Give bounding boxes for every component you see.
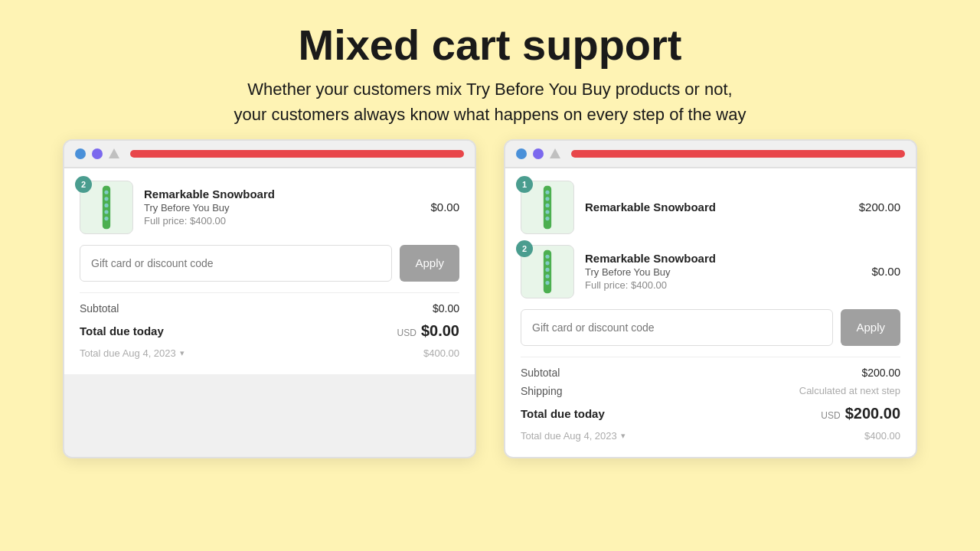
dot-triangle-icon	[109, 148, 119, 158]
right-shipping-row: Shipping Calculated at next step	[521, 382, 900, 400]
left-product-image-wrapper: 2	[80, 181, 133, 234]
right-total-currency: USD	[821, 410, 840, 421]
right-product2-image-wrapper: 2	[521, 245, 574, 298]
right-subtotal-value: $200.00	[861, 367, 900, 379]
left-total-row: Total due today USD $0.00	[80, 318, 459, 344]
right-future-value: $400.00	[864, 430, 900, 442]
svg-point-9	[545, 203, 549, 207]
left-total-amount: $0.00	[421, 322, 459, 340]
right-product2-info: Remarkable Snowboard Try Before You Buy …	[585, 252, 861, 291]
right-product1-name: Remarkable Snowboard	[585, 201, 848, 214]
svg-point-7	[545, 190, 549, 194]
svg-point-2	[104, 197, 108, 201]
svg-point-8	[545, 197, 549, 201]
left-future-value: $400.00	[423, 347, 459, 359]
left-product-full-price: Full price: $400.00	[144, 215, 420, 227]
svg-point-1	[104, 190, 108, 194]
left-cart-content: 2 Remarkable Snowboard T	[64, 168, 475, 374]
left-cart-window: 2 Remarkable Snowboard T	[63, 139, 476, 458]
svg-point-5	[104, 217, 108, 220]
left-product-price: $0.00	[430, 201, 459, 214]
right-badge2: 2	[516, 240, 533, 257]
right-total-amount: $200.00	[845, 405, 900, 422]
left-total-value-group: USD $0.00	[397, 322, 459, 340]
right-future-row: Total due Aug 4, 2023 ▾ $400.00	[521, 427, 900, 445]
right-badge1: 1	[516, 176, 533, 193]
left-apply-button[interactable]: Apply	[400, 245, 459, 282]
right-dot-triangle-icon	[550, 148, 560, 158]
svg-point-16	[545, 274, 549, 278]
left-subtotal-label: Subtotal	[80, 302, 119, 315]
right-cart-window: 1 Remarkable Snowboard	[504, 139, 917, 458]
left-future-row: Total due Aug 4, 2023 ▾ $400.00	[80, 344, 459, 362]
left-total-currency: USD	[397, 328, 416, 338]
right-future-label: Total due Aug 4, 2023 ▾	[521, 430, 626, 442]
svg-point-4	[104, 210, 108, 214]
right-subtotal-row: Subtotal $200.00	[521, 364, 900, 382]
url-bar	[130, 150, 464, 158]
dot-purple-icon	[92, 148, 103, 159]
right-total-label: Total due today	[521, 407, 605, 420]
right-product1-info: Remarkable Snowboard	[585, 201, 848, 214]
right-product1-price: $200.00	[859, 201, 900, 214]
right-product1-image-wrapper: 1	[521, 181, 574, 234]
right-discount-row: Apply	[521, 309, 900, 346]
right-product2-name: Remarkable Snowboard	[585, 252, 861, 265]
right-apply-button[interactable]: Apply	[841, 309, 900, 346]
right-url-bar	[571, 150, 905, 158]
right-product1-item: 1 Remarkable Snowboard	[521, 181, 900, 234]
svg-point-10	[545, 210, 549, 214]
dot-blue-icon	[75, 148, 86, 159]
right-cart-content: 1 Remarkable Snowboard	[505, 168, 916, 457]
svg-point-13	[545, 254, 549, 258]
right-dot-purple-icon	[533, 148, 544, 159]
svg-point-14	[545, 261, 549, 265]
left-chevron-icon: ▾	[180, 348, 185, 358]
left-product-name: Remarkable Snowboard	[144, 187, 420, 201]
right-chevron-icon: ▾	[621, 431, 626, 441]
left-discount-row: Apply	[80, 245, 459, 282]
right-product2-price: $0.00	[871, 265, 900, 278]
page-title: Mixed cart support	[234, 21, 746, 69]
left-divider	[80, 292, 459, 293]
left-discount-input[interactable]	[80, 245, 392, 282]
left-badge: 2	[75, 176, 92, 193]
svg-point-3	[104, 203, 108, 207]
svg-point-11	[545, 217, 549, 220]
right-discount-input[interactable]	[521, 309, 833, 346]
left-subtotal-value: $0.00	[433, 302, 459, 315]
right-product2-item: 2 Remarkable Snowboard T	[521, 245, 900, 298]
right-product2-tag: Try Before You Buy	[585, 266, 861, 278]
left-subtotal-row: Subtotal $0.00	[80, 299, 459, 318]
svg-point-15	[545, 267, 549, 271]
right-total-row: Total due today USD $200.00	[521, 400, 900, 427]
left-total-label: Total due today	[80, 324, 164, 337]
page-header: Mixed cart support Whether your customer…	[219, 0, 762, 139]
carts-container: 2 Remarkable Snowboard T	[0, 139, 980, 458]
right-shipping-label: Shipping	[521, 385, 563, 397]
right-divider	[521, 357, 900, 357]
right-product2-full-price: Full price: $400.00	[585, 279, 861, 291]
svg-point-17	[545, 281, 549, 285]
page-subtitle: Whether your customers mix Try Before Yo…	[234, 77, 746, 127]
left-browser-bar	[64, 141, 475, 168]
right-total-value-group: USD $200.00	[821, 405, 900, 422]
left-product-info: Remarkable Snowboard Try Before You Buy …	[144, 187, 420, 227]
left-product-item: 2 Remarkable Snowboard T	[80, 181, 459, 234]
right-subtotal-label: Subtotal	[521, 367, 560, 379]
right-shipping-value: Calculated at next step	[799, 385, 900, 396]
right-dot-blue-icon	[516, 148, 527, 159]
left-product-tag: Try Before You Buy	[144, 202, 420, 214]
left-future-label: Total due Aug 4, 2023 ▾	[80, 347, 185, 359]
right-browser-bar	[505, 141, 916, 168]
